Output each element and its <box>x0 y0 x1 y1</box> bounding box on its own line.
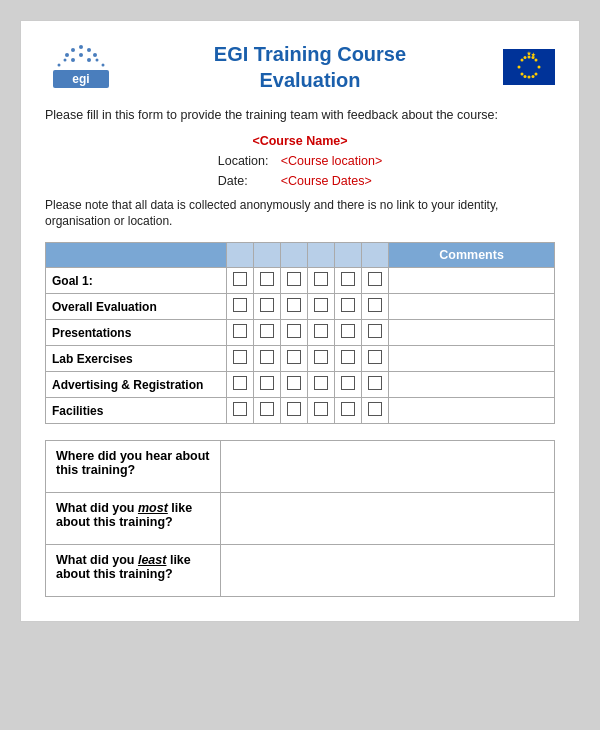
checkbox-icon[interactable] <box>260 324 274 338</box>
checkbox-cell[interactable] <box>227 346 254 372</box>
checkbox-cell[interactable] <box>362 346 389 372</box>
svg-point-3 <box>65 53 69 57</box>
comment-cell[interactable] <box>389 398 555 424</box>
comment-cell[interactable] <box>389 294 555 320</box>
checkbox-cell[interactable] <box>308 294 335 320</box>
checkbox-cell[interactable] <box>335 268 362 294</box>
checkbox-icon[interactable] <box>368 402 382 416</box>
checkbox-icon[interactable] <box>233 298 247 312</box>
checkbox-icon[interactable] <box>341 376 355 390</box>
svg-point-10 <box>58 64 61 67</box>
checkbox-cell[interactable] <box>308 372 335 398</box>
checkbox-cell[interactable] <box>335 398 362 424</box>
checkbox-cell[interactable] <box>362 268 389 294</box>
course-name-label: <Course Name> <box>45 131 555 151</box>
checkbox-icon[interactable] <box>314 272 328 286</box>
checkbox-cell[interactable] <box>281 320 308 346</box>
question-answer-2[interactable] <box>221 493 555 545</box>
checkbox-icon[interactable] <box>341 324 355 338</box>
question-answer-1[interactable] <box>221 441 555 493</box>
checkbox-icon[interactable] <box>368 298 382 312</box>
checkbox-icon[interactable] <box>368 376 382 390</box>
checkbox-icon[interactable] <box>368 272 382 286</box>
checkbox-cell[interactable] <box>308 320 335 346</box>
checkbox-cell[interactable] <box>362 294 389 320</box>
checkbox-cell[interactable] <box>227 294 254 320</box>
checkbox-cell[interactable] <box>227 372 254 398</box>
checkbox-icon[interactable] <box>368 350 382 364</box>
checkbox-cell[interactable] <box>281 398 308 424</box>
row-label: Lab Exercises <box>46 346 227 372</box>
checkbox-cell[interactable] <box>227 398 254 424</box>
checkbox-icon[interactable] <box>341 402 355 416</box>
checkbox-icon[interactable] <box>287 376 301 390</box>
checkbox-cell[interactable] <box>281 346 308 372</box>
checkbox-icon[interactable] <box>314 350 328 364</box>
svg-point-25 <box>524 56 527 59</box>
checkbox-cell[interactable] <box>335 346 362 372</box>
checkbox-icon[interactable] <box>314 298 328 312</box>
checkbox-cell[interactable] <box>254 268 281 294</box>
checkbox-cell[interactable] <box>335 294 362 320</box>
checkbox-icon[interactable] <box>233 324 247 338</box>
checkbox-icon[interactable] <box>233 376 247 390</box>
checkbox-cell[interactable] <box>281 268 308 294</box>
checkbox-icon[interactable] <box>314 402 328 416</box>
checkbox-icon[interactable] <box>260 272 274 286</box>
comment-cell[interactable] <box>389 372 555 398</box>
checkbox-cell[interactable] <box>254 346 281 372</box>
checkbox-icon[interactable] <box>287 272 301 286</box>
checkbox-cell[interactable] <box>227 268 254 294</box>
title-block: EGI Training Course Evaluation <box>117 41 503 93</box>
table-header-category <box>46 243 227 268</box>
checkbox-icon[interactable] <box>287 350 301 364</box>
checkbox-cell[interactable] <box>254 398 281 424</box>
checkbox-cell[interactable] <box>254 320 281 346</box>
checkbox-cell[interactable] <box>335 372 362 398</box>
header: egi EGI Training Course Evaluation <box>45 41 555 93</box>
checkbox-icon[interactable] <box>260 402 274 416</box>
row-label: Goal 1: <box>46 268 227 294</box>
checkbox-icon[interactable] <box>260 350 274 364</box>
comment-cell[interactable] <box>389 268 555 294</box>
checkbox-cell[interactable] <box>335 320 362 346</box>
checkbox-icon[interactable] <box>287 402 301 416</box>
svg-point-0 <box>79 45 83 49</box>
checkbox-cell[interactable] <box>362 372 389 398</box>
checkbox-icon[interactable] <box>314 324 328 338</box>
checkbox-icon[interactable] <box>368 324 382 338</box>
checkbox-icon[interactable] <box>233 402 247 416</box>
checkbox-icon[interactable] <box>260 298 274 312</box>
checkbox-cell[interactable] <box>308 268 335 294</box>
table-row: Presentations <box>46 320 555 346</box>
checkbox-cell[interactable] <box>254 372 281 398</box>
checkbox-cell[interactable] <box>281 294 308 320</box>
scale-col-6 <box>362 243 389 268</box>
checkbox-icon[interactable] <box>287 324 301 338</box>
checkbox-icon[interactable] <box>233 350 247 364</box>
question-row: What did you most like about this traini… <box>46 493 555 545</box>
comment-cell[interactable] <box>389 320 555 346</box>
checkbox-icon[interactable] <box>260 376 274 390</box>
checkbox-cell[interactable] <box>227 320 254 346</box>
checkbox-icon[interactable] <box>287 298 301 312</box>
checkbox-cell[interactable] <box>362 320 389 346</box>
table-row: Lab Exercises <box>46 346 555 372</box>
checkbox-icon[interactable] <box>233 272 247 286</box>
row-label: Overall Evaluation <box>46 294 227 320</box>
location-value: <Course location> <box>281 151 382 171</box>
checkbox-cell[interactable] <box>254 294 281 320</box>
checkbox-cell[interactable] <box>308 346 335 372</box>
svg-point-27 <box>524 75 527 78</box>
question-row: What did you least like about this train… <box>46 545 555 597</box>
checkbox-icon[interactable] <box>341 272 355 286</box>
checkbox-icon[interactable] <box>314 376 328 390</box>
question-row: Where did you hear about this training? <box>46 441 555 493</box>
checkbox-cell[interactable] <box>362 398 389 424</box>
checkbox-icon[interactable] <box>341 350 355 364</box>
checkbox-cell[interactable] <box>281 372 308 398</box>
comment-cell[interactable] <box>389 346 555 372</box>
question-answer-3[interactable] <box>221 545 555 597</box>
checkbox-cell[interactable] <box>308 398 335 424</box>
checkbox-icon[interactable] <box>341 298 355 312</box>
